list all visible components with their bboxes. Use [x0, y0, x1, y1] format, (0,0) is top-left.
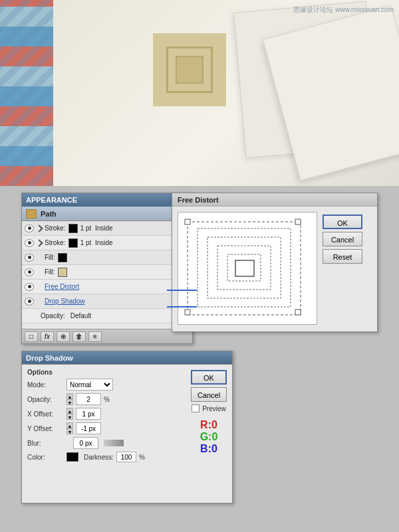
drop-shadow-title: Drop Shadow [26, 354, 73, 362]
drop-shadow-titlebar: Drop Shadow [22, 351, 232, 365]
opacity-label: Opacity: [41, 312, 65, 319]
visibility-eye-2[interactable] [25, 239, 34, 247]
fill-color-2[interactable] [58, 268, 67, 277]
ds-opacity-label: Opacity: [27, 396, 64, 403]
visibility-eye-5[interactable] [25, 283, 34, 291]
appearance-title: APPEARANCE [26, 196, 77, 204]
drop-shadow-panel: Drop Shadow Options Mode: Normal Multipl… [21, 351, 233, 503]
stroke-detail-1: 1 pt Inside [80, 224, 113, 232]
add-btn[interactable]: □ [25, 331, 38, 342]
ds-ok-button[interactable]: OK [191, 370, 227, 385]
preview-checkbox[interactable] [192, 404, 200, 412]
stroke-detail-2: 1 pt Inside [80, 239, 113, 246]
preview-row: Preview [192, 404, 226, 412]
opacity-unit: % [104, 396, 110, 403]
drop-shadow-options: Options Mode: Normal Multiply Screen Opa… [27, 369, 184, 465]
opacity-step-up[interactable]: ▲ [66, 393, 73, 399]
y-step-down[interactable]: ▼ [66, 428, 73, 434]
y-offset-row: Y Offset: ▲ ▼ [27, 422, 184, 434]
opacity-input[interactable] [76, 393, 101, 405]
color-label: Color: [27, 454, 64, 461]
stroke-color-2[interactable] [68, 238, 78, 248]
watermark: 思缘设计论坛 www.missvuan.com [293, 5, 394, 15]
appearance-footer: □ fx ⊕ 🗑 ≡ [22, 329, 192, 343]
expand-arrow-1[interactable] [35, 224, 43, 232]
ds-cancel-button[interactable]: Cancel [191, 387, 227, 402]
connector-line-2 [167, 306, 197, 308]
y-offset-input[interactable] [76, 422, 101, 434]
svg-rect-4 [295, 310, 301, 315]
path-label: Path [41, 210, 57, 218]
svg-rect-9 [235, 260, 254, 276]
rgb-display: R:0 G:0 B:0 [200, 419, 218, 455]
fd-cancel-button[interactable]: Cancel [323, 232, 362, 246]
fill-row-1[interactable]: Fill: [22, 250, 192, 265]
darkness-input[interactable] [116, 452, 136, 462]
blur-input[interactable] [73, 437, 98, 449]
mode-label: Mode: [27, 381, 64, 389]
fill-label-2: Fill: [45, 268, 55, 276]
fd-ok-button[interactable]: OK [323, 215, 362, 229]
free-distort-link[interactable]: Free Distort [45, 283, 79, 290]
x-step-down[interactable]: ▼ [66, 414, 73, 420]
free-distort-content: OK Cancel Reset [172, 207, 377, 330]
fill-label-1: Fill: [45, 254, 55, 261]
stroke-color-1[interactable] [68, 224, 78, 233]
y-step-up[interactable]: ▲ [66, 422, 73, 428]
stamp [153, 33, 226, 106]
bg-overlay [0, 0, 53, 186]
x-offset-label: X Offset: [27, 410, 64, 418]
stamp-center [176, 56, 203, 84]
delete-btn[interactable]: 🗑 [72, 331, 86, 342]
stroke-label-2: Stroke: [45, 239, 66, 246]
x-stepper[interactable]: ▲ ▼ [66, 408, 73, 420]
shadow-color-swatch[interactable] [66, 452, 78, 462]
free-distort-titlebar: Free Distort [172, 193, 377, 207]
appearance-titlebar: APPEARANCE ◀ ▶ [22, 193, 192, 207]
fx-btn[interactable]: fx [41, 331, 54, 342]
y-stepper[interactable]: ▲ ▼ [66, 422, 73, 434]
mode-select[interactable]: Normal Multiply Screen [66, 379, 113, 391]
opacity-row: Opacity: Default [22, 309, 192, 323]
fill-color-1[interactable] [58, 253, 67, 262]
mode-row: Mode: Normal Multiply Screen [27, 379, 184, 391]
ds-opacity-row: Opacity: ▲ ▼ % [27, 393, 184, 405]
blur-slider[interactable] [104, 440, 124, 446]
blur-row: Blur: [27, 437, 184, 449]
preview-label: Preview [202, 405, 226, 412]
visibility-eye-3[interactable] [25, 254, 34, 262]
opacity-stepper[interactable]: ▲ ▼ [66, 393, 73, 405]
opacity-step-down[interactable]: ▼ [66, 399, 73, 405]
visibility-eye-4[interactable] [25, 268, 34, 276]
menu-btn[interactable]: ≡ [88, 331, 102, 342]
connector-line-1 [167, 290, 197, 291]
fd-reset-button[interactable]: Reset [323, 249, 362, 264]
fill-row-2[interactable]: Fill: [22, 265, 192, 280]
duplicate-btn[interactable]: ⊕ [57, 331, 70, 342]
stamp-inner [166, 46, 213, 93]
free-distort-buttons: OK Cancel Reset [323, 212, 362, 325]
free-distort-row[interactable]: Free Distort ƒx [22, 280, 192, 294]
darkness-label: Darkness: [84, 454, 114, 461]
drop-shadow-link[interactable]: Drop Shadow [45, 298, 85, 305]
expand-arrow-2[interactable] [35, 239, 43, 246]
path-header: Path [22, 207, 192, 221]
visibility-eye-1[interactable] [25, 224, 34, 232]
distort-preview-svg [181, 215, 314, 321]
stamp-outer [153, 33, 226, 106]
stroke-label-1: Stroke: [45, 224, 66, 232]
svg-rect-2 [295, 219, 301, 224]
x-step-up[interactable]: ▲ [66, 408, 73, 414]
stroke-row-1[interactable]: Stroke: 1 pt Inside [22, 221, 192, 236]
x-offset-input[interactable] [76, 408, 101, 420]
free-distort-panel: Free Distort [172, 193, 378, 332]
drop-shadow-right: OK Cancel Preview R:0 G:0 B:0 [191, 369, 227, 465]
options-label: Options [27, 369, 184, 376]
stroke-row-2[interactable]: Stroke: 1 pt Inside [22, 236, 192, 250]
darkness-unit: % [139, 454, 145, 461]
r-value: R:0 [200, 419, 218, 431]
drop-shadow-content: Options Mode: Normal Multiply Screen Opa… [22, 365, 232, 469]
color-row: Color: Darkness: % [27, 452, 184, 462]
svg-rect-3 [185, 310, 190, 315]
visibility-eye-6[interactable] [25, 298, 34, 306]
